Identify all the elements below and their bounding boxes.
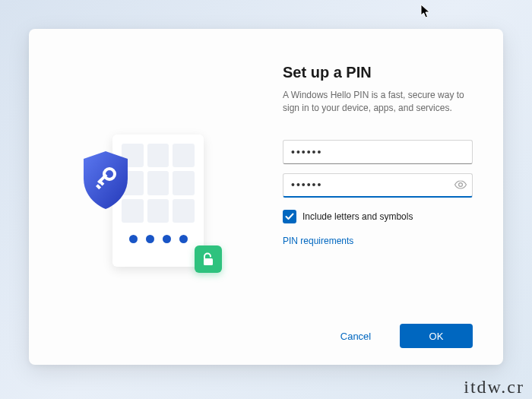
dialog-buttons: Cancel OK <box>319 324 473 348</box>
form-pane: Set up a PIN A Windows Hello PIN is a fa… <box>257 29 503 365</box>
ok-button[interactable]: OK <box>400 324 473 348</box>
pin-setup-dialog: Set up a PIN A Windows Hello PIN is a fa… <box>29 29 503 365</box>
confirm-pin-input[interactable] <box>283 173 473 198</box>
confirm-pin-input-wrap <box>283 173 473 198</box>
include-symbols-label: Include letters and symbols <box>302 211 413 222</box>
pin-input-wrap <box>283 140 473 164</box>
dialog-title: Set up a PIN <box>283 64 473 81</box>
svg-rect-4 <box>204 258 213 265</box>
unlock-badge-icon <box>195 245 222 273</box>
new-pin-input[interactable] <box>283 140 473 164</box>
illustration-pane <box>29 29 257 365</box>
pin-illustration <box>74 121 211 273</box>
reveal-password-icon[interactable] <box>454 179 467 192</box>
shield-key-icon <box>79 150 132 211</box>
dialog-description: A Windows Hello PIN is a fast, secure wa… <box>283 89 473 116</box>
cancel-button[interactable]: Cancel <box>319 324 392 348</box>
include-symbols-row: Include letters and symbols <box>283 210 473 223</box>
pin-requirements-link[interactable]: PIN requirements <box>283 236 473 246</box>
mouse-cursor-icon <box>420 4 431 19</box>
watermark-text: itdw.cr <box>464 377 524 397</box>
svg-point-5 <box>459 182 463 186</box>
include-symbols-checkbox[interactable] <box>283 210 296 223</box>
